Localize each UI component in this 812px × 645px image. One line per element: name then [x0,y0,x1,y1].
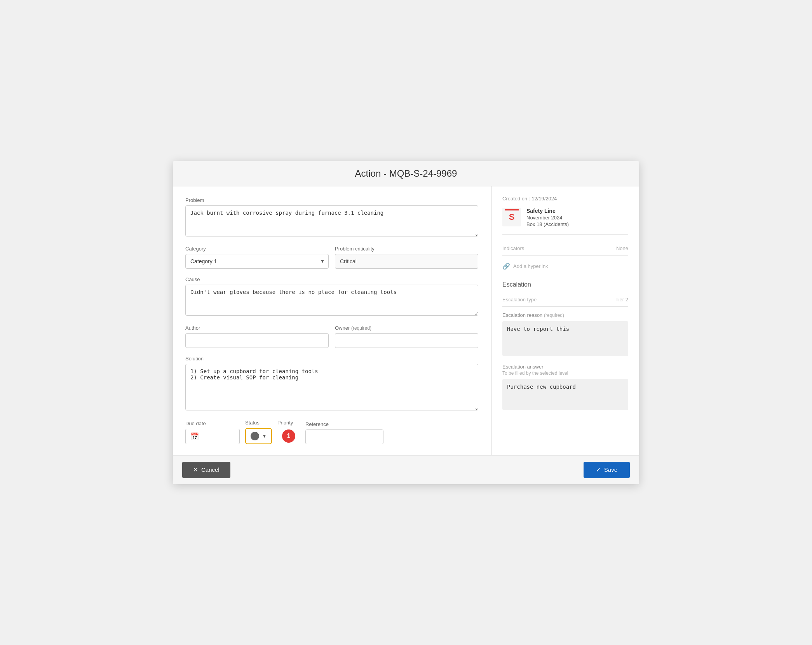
reference-input[interactable] [305,429,383,444]
source-date: November 2024 [526,215,569,221]
source-box: Box 18 (Accidents) [526,221,569,227]
problem-field-group: Problem Jack burnt with corrosive spray … [185,197,478,238]
priority-button[interactable]: 1 [277,428,300,444]
escalation-section: Escalation Escalation type Tier 2 Escala… [502,281,628,412]
owner-label: Owner (required) [335,325,478,331]
priority-badge: 1 [282,429,295,443]
bottom-row: Due date 📅 Status ▼ Priority 1 [185,420,478,444]
solution-textarea[interactable]: 1) Set up a cupboard for cleaning tools … [185,364,478,410]
escalation-type-row: Escalation type Tier 2 [502,293,628,307]
status-dropdown[interactable]: ▼ [245,428,272,444]
indicators-row: Indicators None [502,242,628,256]
calendar-icon: 📅 [190,432,199,441]
cause-field-group: Cause Didn't wear gloves because there i… [185,276,478,317]
hyperlink-row[interactable]: 🔗 Add a hyperlink [502,259,628,274]
left-panel: Problem Jack burnt with corrosive spray … [173,186,491,455]
cause-label: Cause [185,276,478,282]
created-on-label: Created on : 12/19/2024 [502,196,628,202]
status-chevron-icon: ▼ [262,434,267,438]
owner-field-group: Owner (required) Erwan Cazaux [335,325,478,348]
status-label: Status [245,420,272,426]
source-letter: S [509,212,515,222]
source-info: Safety Line November 2024 Box 18 (Accide… [526,208,569,227]
priority-label: Priority [277,420,300,426]
escalation-reason-label: Escalation reason (required) [502,312,628,318]
author-owner-row: Author Erwan Cazaux Owner (required) Erw… [185,325,478,356]
category-label: Category [185,246,329,252]
status-dot-icon [251,432,259,440]
priority-field: Priority 1 [277,420,300,444]
save-check-icon: ✓ [596,466,601,473]
hyperlink-icon: 🔗 [502,263,510,270]
source-name: Safety Line [526,208,569,214]
cause-textarea[interactable]: Didn't wear gloves because there is no p… [185,285,478,316]
escalation-answer-field: Escalation answer To be filled by the se… [502,364,628,412]
source-card: S Safety Line November 2024 Box 18 (Acci… [502,208,628,235]
author-input[interactable]: Erwan Cazaux [185,333,329,348]
modal-title: Action - MQB-S-24-9969 [182,168,630,179]
indicators-value: None [616,245,628,251]
reference-label: Reference [305,421,383,427]
problem-textarea[interactable]: Jack burnt with corrosive spray during f… [185,205,478,236]
escalation-answer-textarea[interactable]: Purchase new cupboard [502,379,628,410]
problem-criticality-value: Critical [335,254,478,269]
source-icon-wrap: S [502,208,521,226]
save-button[interactable]: ✓ Save [584,462,630,478]
due-date-input[interactable]: 📅 [185,429,240,444]
category-criticality-row: Category Category 1 Category 2 Category … [185,246,478,276]
reference-field: Reference [305,421,383,444]
status-field: Status ▼ [245,420,272,444]
solution-field-group: Solution 1) Set up a cupboard for cleani… [185,356,478,412]
problem-criticality-field-group: Problem criticality Critical [335,246,478,269]
modal-footer: ✕ Cancel ✓ Save [173,455,639,484]
category-select-wrapper[interactable]: Category 1 Category 2 Category 3 ▼ [185,254,329,269]
due-date-field: Due date 📅 [185,421,240,444]
due-date-label: Due date [185,421,240,426]
escalation-reason-field: Escalation reason (required) Have to rep… [502,312,628,364]
escalation-reason-textarea[interactable]: Have to report this [502,321,628,356]
cancel-button[interactable]: ✕ Cancel [182,462,230,478]
escalation-answer-label: Escalation answer [502,364,628,370]
modal-header: Action - MQB-S-24-9969 [173,161,639,186]
owner-input[interactable]: Erwan Cazaux [335,333,478,348]
category-field-group: Category Category 1 Category 2 Category … [185,246,329,269]
source-topbar [505,209,519,210]
escalation-type-value: Tier 2 [615,297,628,303]
action-modal: Action - MQB-S-24-9969 Problem Jack burn… [173,161,639,484]
category-select[interactable]: Category 1 Category 2 Category 3 [185,254,329,269]
modal-body: Problem Jack burnt with corrosive spray … [173,186,639,455]
escalation-type-label: Escalation type [502,297,537,303]
problem-label: Problem [185,197,478,203]
right-panel: Created on : 12/19/2024 S Safety Line No… [491,186,639,455]
indicators-label: Indicators [502,245,524,251]
escalation-answer-sublabel: To be filled by the selected level [502,370,628,376]
problem-criticality-label: Problem criticality [335,246,478,252]
author-label: Author [185,325,329,331]
hyperlink-text: Add a hyperlink [513,263,548,269]
escalation-title: Escalation [502,281,628,288]
solution-label: Solution [185,356,478,362]
cancel-x-icon: ✕ [193,466,198,473]
author-field-group: Author Erwan Cazaux [185,325,329,348]
